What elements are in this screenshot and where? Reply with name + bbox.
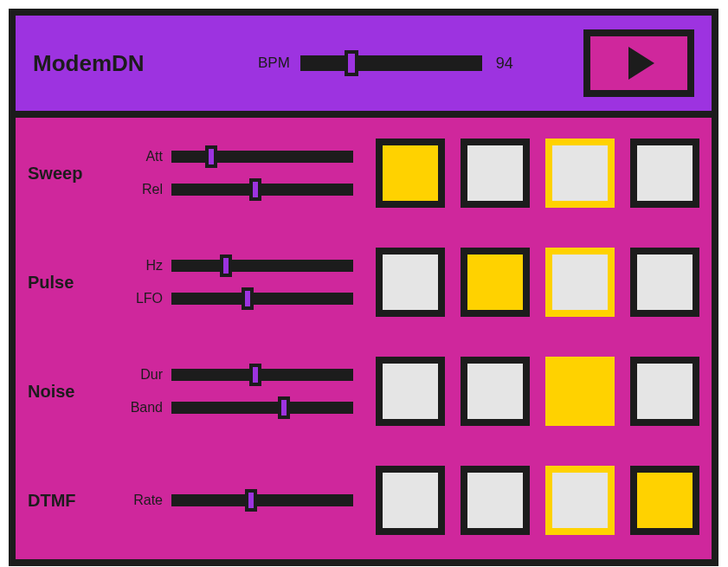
track-sliders: DurBand [113,367,353,416]
param-slider-thumb[interactable] [220,255,232,277]
track-row: DTMFRate [28,466,699,535]
step-cell[interactable] [461,466,530,535]
bpm-label: BPM [258,55,290,72]
play-button[interactable] [583,29,694,97]
step-cell[interactable] [376,248,445,317]
step-cell[interactable] [461,248,530,317]
bpm-slider-thumb[interactable] [345,50,358,76]
param-slider[interactable] [171,293,353,305]
step-cell[interactable] [630,248,699,317]
param-slider-thumb[interactable] [245,489,257,512]
param-slider-row: Dur [113,367,353,383]
param-label: Rate [133,493,163,508]
bpm-slider[interactable] [300,55,482,71]
param-slider[interactable] [171,184,353,196]
sequencer-frame: ModemDN BPM 94 SweepAttRelPulseHzLFONois… [9,9,718,566]
param-slider[interactable] [171,369,353,381]
param-slider-thumb[interactable] [278,396,290,419]
param-label: Rel [142,182,163,197]
step-cell[interactable] [545,248,615,317]
param-slider-row: Hz [113,258,353,274]
track-row: PulseHzLFO [28,248,699,317]
step-cell[interactable] [630,466,699,535]
track-label: Sweep [28,164,113,184]
param-slider-thumb[interactable] [242,287,254,310]
step-cell[interactable] [376,466,445,535]
param-slider-row: LFO [113,291,353,306]
track-row: NoiseDurBand [28,357,699,426]
step-cell[interactable] [376,139,445,208]
step-cell[interactable] [630,139,699,208]
param-slider-row: Att [113,149,353,164]
track-label: Pulse [28,273,113,293]
track-row: SweepAttRel [28,139,699,208]
play-icon [628,47,654,80]
param-label: Dur [140,367,163,383]
track-sliders: Rate [113,493,353,508]
step-cell[interactable] [461,139,530,208]
param-slider-thumb[interactable] [205,145,217,168]
track-sliders: HzLFO [113,258,353,306]
param-label: Band [131,400,163,416]
param-slider[interactable] [171,151,353,163]
step-cell[interactable] [545,466,615,535]
sequencer-body: SweepAttRelPulseHzLFONoiseDurBandDTMFRat… [16,118,712,559]
track-label: Noise [28,382,113,402]
param-slider[interactable] [171,494,353,506]
param-slider-row: Rel [113,182,353,197]
param-slider-thumb[interactable] [249,364,261,386]
step-cell[interactable] [376,357,445,426]
app-title: ModemDN [33,50,258,77]
param-label: LFO [136,291,163,306]
step-grid [376,466,699,535]
step-cell[interactable] [461,357,530,426]
step-grid [376,248,699,317]
param-slider[interactable] [171,402,353,414]
track-sliders: AttRel [113,149,353,197]
bpm-control: BPM 94 [258,55,513,73]
param-slider-thumb[interactable] [249,178,261,201]
bpm-value: 94 [496,55,513,73]
step-grid [376,357,699,426]
track-label: DTMF [28,491,113,511]
step-cell[interactable] [545,357,615,426]
step-cell[interactable] [630,357,699,426]
param-slider-row: Band [113,400,353,416]
param-label: Att [145,149,163,164]
header-bar: ModemDN BPM 94 [16,16,712,118]
param-label: Hz [145,258,163,274]
param-slider-row: Rate [113,493,353,508]
param-slider[interactable] [171,260,353,272]
step-grid [376,139,699,208]
step-cell[interactable] [545,139,615,208]
